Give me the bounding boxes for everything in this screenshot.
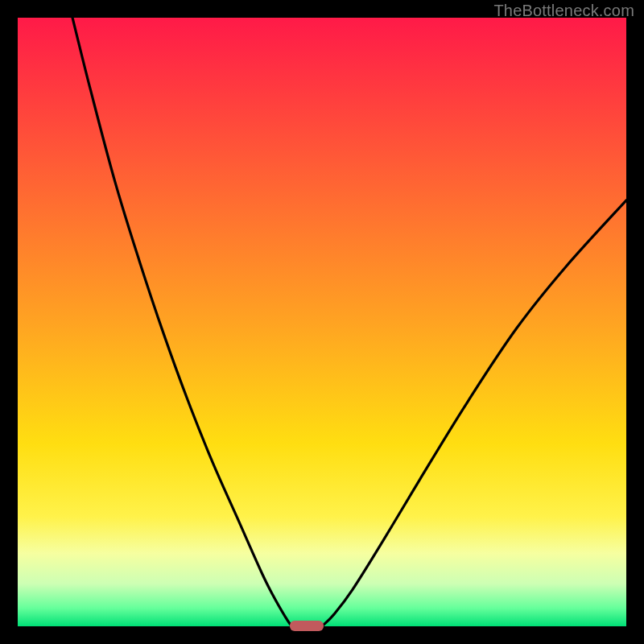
plot-area [18, 18, 626, 626]
bottleneck-marker [290, 621, 324, 631]
chart-frame: TheBottleneck.com [0, 0, 644, 644]
watermark-text: TheBottleneck.com [493, 2, 634, 20]
curve-layer [18, 18, 626, 626]
right-curve [322, 200, 626, 626]
left-curve [72, 18, 291, 626]
